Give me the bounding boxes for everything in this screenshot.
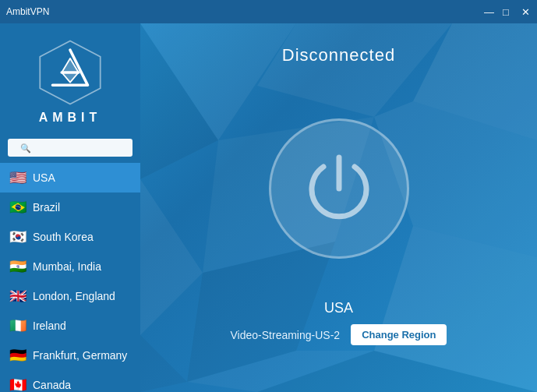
app-body: AMBIT 🔍 🇺🇸 USA 🇧🇷 Brazil 🇰🇷 South Korea … xyxy=(0,23,537,392)
country-item-canada[interactable]: 🇨🇦 Canada xyxy=(0,370,140,392)
server-name-label: Video-Streaming-US-2 xyxy=(231,329,341,341)
svg-marker-12 xyxy=(187,351,374,392)
search-input[interactable] xyxy=(8,139,132,157)
logo-text: AMBIT xyxy=(39,111,102,125)
change-region-button[interactable]: Change Region xyxy=(351,324,447,345)
country-name-frankfurt-germany: Frankfurt, Germany xyxy=(33,349,127,362)
svg-marker-4 xyxy=(413,23,537,140)
svg-marker-13 xyxy=(257,351,537,392)
maximize-button[interactable]: □ xyxy=(500,5,512,19)
country-item-ireland[interactable]: 🇮🇪 Ireland xyxy=(0,311,140,341)
flag-brazil: 🇧🇷 xyxy=(9,200,26,214)
flag-frankfurt-germany: 🇩🇪 xyxy=(9,348,26,362)
logo-area: AMBIT xyxy=(0,23,140,134)
country-item-south-korea[interactable]: 🇰🇷 South Korea xyxy=(0,222,140,252)
country-name-mumbai-india: Mumbai, India xyxy=(33,260,101,273)
close-button[interactable]: ✕ xyxy=(518,5,531,19)
minimize-button[interactable]: — xyxy=(481,5,493,19)
power-icon xyxy=(300,150,378,228)
country-name-brazil: Brazil xyxy=(33,201,60,214)
country-name-south-korea: South Korea xyxy=(33,231,94,243)
flag-south-korea: 🇰🇷 xyxy=(9,230,26,244)
flag-canada: 🇨🇦 xyxy=(9,378,26,392)
titlebar: AmbitVPN — □ ✕ xyxy=(0,0,537,23)
app-title: AmbitVPN xyxy=(6,6,49,17)
flag-ireland: 🇮🇪 xyxy=(9,319,26,333)
country-item-brazil[interactable]: 🇧🇷 Brazil xyxy=(0,192,140,222)
country-name-usa: USA xyxy=(33,171,55,184)
connection-status: Disconnected xyxy=(140,45,537,65)
logo-icon xyxy=(35,37,105,108)
svg-marker-8 xyxy=(140,179,203,335)
titlebar-title: AmbitVPN xyxy=(6,6,49,17)
svg-marker-11 xyxy=(140,335,187,392)
country-name-ireland: Ireland xyxy=(33,320,66,332)
flag-usa: 🇺🇸 xyxy=(9,171,26,185)
country-name-canada: Canada xyxy=(33,379,71,391)
country-item-london-england[interactable]: 🇬🇧 London, England xyxy=(0,281,140,311)
country-name-london-england: London, England xyxy=(33,290,115,302)
right-panel: Disconnected USA Video-Streaming-US-2 Ch… xyxy=(140,23,537,392)
titlebar-controls: — □ ✕ xyxy=(481,5,531,19)
search-container: 🔍 xyxy=(0,134,140,163)
server-row: Video-Streaming-US-2 Change Region xyxy=(231,324,447,345)
country-item-usa[interactable]: 🇺🇸 USA xyxy=(0,163,140,192)
power-button-container xyxy=(269,118,409,259)
flag-london-england: 🇬🇧 xyxy=(9,289,26,303)
svg-marker-3 xyxy=(257,23,452,117)
country-item-mumbai-india[interactable]: 🇮🇳 Mumbai, India xyxy=(0,252,140,281)
current-region-label: USA xyxy=(231,300,447,316)
search-wrapper: 🔍 xyxy=(8,139,132,157)
country-list: 🇺🇸 USA 🇧🇷 Brazil 🇰🇷 South Korea 🇮🇳 Mumba… xyxy=(0,163,140,392)
country-item-frankfurt-germany[interactable]: 🇩🇪 Frankfurt, Germany xyxy=(0,341,140,370)
bottom-info: USA Video-Streaming-US-2 Change Region xyxy=(231,300,447,345)
power-button[interactable] xyxy=(269,118,409,259)
flag-mumbai-india: 🇮🇳 xyxy=(9,260,26,274)
sidebar: AMBIT 🔍 🇺🇸 USA 🇧🇷 Brazil 🇰🇷 South Korea … xyxy=(0,23,140,392)
